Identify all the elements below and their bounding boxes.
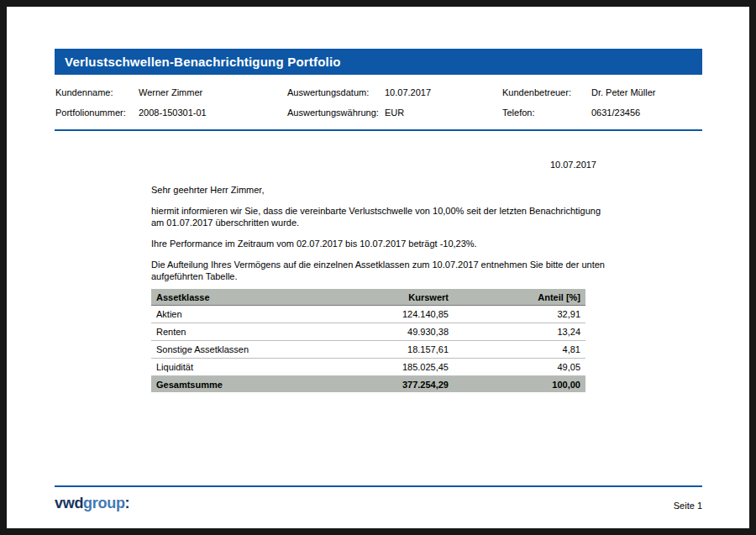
customer-name-label: Kundenname:	[55, 87, 139, 97]
portfolio-number-value: 2008-150301-01	[139, 108, 287, 118]
market-value-cell: 185.025,45	[336, 359, 454, 376]
table-row: Renten 49.930,38 13,24	[151, 323, 585, 341]
phone-value: 0631/23456	[591, 108, 703, 118]
asset-class-cell: Sonstige Assetklassen	[151, 341, 336, 359]
table-row: Sonstige Assetklassen 18.157,61 4,81	[151, 341, 585, 359]
letter-paragraph: Die Aufteilung Ihres Vermögens auf die e…	[151, 259, 609, 282]
column-header-kurswert: Kurswert	[336, 289, 454, 306]
header-divider	[55, 129, 702, 131]
document-page: Verlustschwellen-Benachrichtigung Portfo…	[7, 7, 749, 528]
share-percent-cell: 49,05	[454, 359, 585, 376]
logo-text-colon: :	[125, 495, 130, 511]
table-header-row: Assetklasse Kurswert Anteil [%]	[151, 289, 585, 306]
logo-text-group: group	[83, 495, 125, 511]
share-percent-cell: 4,81	[454, 341, 585, 359]
letter-paragraph: hiermit informieren wir Sie, dass die ve…	[151, 205, 609, 228]
evaluation-date-label: Auswertungsdatum:	[287, 87, 385, 97]
market-value-cell: 18.157,61	[336, 341, 454, 359]
advisor-value: Dr. Peter Müller	[591, 87, 703, 97]
advisor-label: Kundenbetreuer:	[502, 87, 591, 97]
evaluation-currency-label: Auswertungswährung:	[287, 108, 385, 118]
total-share-percent-cell: 100,00	[454, 376, 585, 393]
letter-paragraph: Ihre Performance im Zeitraum vom 02.07.2…	[151, 238, 609, 249]
market-value-cell: 49.930,38	[336, 323, 454, 341]
asset-class-cell: Liquidität	[151, 359, 336, 376]
page-number: Seite 1	[674, 501, 702, 511]
portfolio-number-label: Portfolionummer:	[55, 108, 139, 118]
column-header-assetklasse: Assetklasse	[151, 289, 336, 306]
meta-row: Kundenname: Werner Zimmer Auswertungsdat…	[55, 82, 703, 102]
share-percent-cell: 13,24	[454, 323, 585, 341]
table-row: Aktien 124.140,85 32,91	[151, 306, 585, 323]
share-percent-cell: 32,91	[454, 306, 585, 323]
asset-class-cell: Aktien	[151, 306, 336, 323]
total-market-value-cell: 377.254,29	[336, 376, 454, 393]
evaluation-date-value: 10.07.2017	[385, 87, 502, 97]
report-title-bar: Verlustschwellen-Benachrichtigung Portfo…	[55, 49, 702, 75]
meta-block: Kundenname: Werner Zimmer Auswertungsdat…	[55, 82, 703, 123]
customer-name-value: Werner Zimmer	[139, 87, 287, 97]
evaluation-currency-value: EUR	[385, 108, 502, 118]
asset-class-table: Assetklasse Kurswert Anteil [%] Aktien 1…	[151, 289, 585, 392]
phone-label: Telefon:	[502, 108, 591, 118]
letter-body: Sehr geehrter Herr Zimmer, hiermit infor…	[151, 184, 609, 291]
meta-row: Portfolionummer: 2008-150301-01 Auswertu…	[55, 102, 703, 123]
total-label-cell: Gesamtsumme	[151, 376, 336, 393]
table-row: Liquidität 185.025,45 49,05	[151, 359, 585, 376]
logo-text-vwd: vwd	[55, 495, 83, 511]
table-total-row: Gesamtsumme 377.254,29 100,00	[151, 376, 585, 393]
market-value-cell: 124.140,85	[336, 306, 454, 323]
footer-divider	[55, 485, 702, 487]
salutation: Sehr geehrter Herr Zimmer,	[151, 184, 609, 196]
letter-date: 10.07.2017	[151, 160, 596, 170]
asset-class-cell: Renten	[151, 323, 336, 341]
column-header-anteil: Anteil [%]	[454, 289, 585, 306]
vwd-group-logo: vwdgroup:	[55, 495, 129, 512]
